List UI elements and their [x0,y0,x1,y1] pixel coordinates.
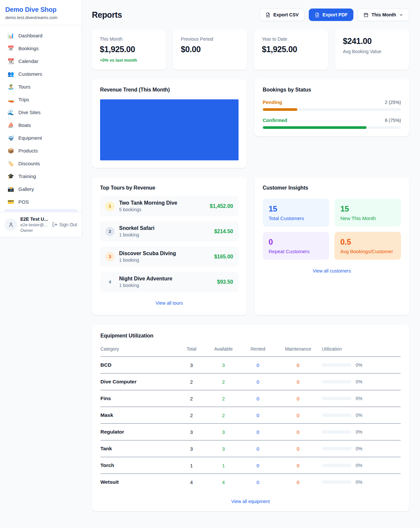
cell-total: 2 [178,407,205,424]
customer-insights-card: Customer Insights 15 Total Customers 15 … [255,177,410,315]
stats-grid: This Month $1,925.00 +0% vs last month P… [92,30,409,70]
tour-amount: $93.50 [217,279,233,285]
sidebar-item-label: Dive Sites [18,110,41,115]
tour-name: Two Tank Morning Dive [119,200,177,206]
sidebar-nav: 📊 Dashboard 📅 Bookings 📆 Calendar 👥 Cust… [0,25,82,212]
island-icon: 🏝️ [7,84,14,90]
period-dropdown[interactable]: This Month [358,9,409,21]
sidebar-item-calendar[interactable]: 📆 Calendar [4,55,78,68]
stat-value: $241.00 [343,36,401,46]
utilization-percent: 0% [356,446,362,451]
sidebar-item-label: Products [18,148,38,153]
cell-rented: 0 [242,424,274,440]
utilization-cell: 0% [322,429,401,435]
table-row: Tank 3 3 0 0 0% [100,440,401,457]
tile-label: Repeat Customers [269,249,324,254]
brand-name[interactable]: Demo Dive Shop [5,6,76,13]
cell-available: 2 [205,374,242,390]
tile-new-this-month: 15 New This Month [334,199,401,227]
bar-chart-icon: 📊 [7,32,14,39]
sidebar-item-products[interactable]: 📦 Products [4,144,78,157]
cell-category: Mask [100,407,178,424]
sidebar-item-equipment[interactable]: 🤿 Equipment [4,132,78,144]
cell-category: Torch [100,457,178,474]
stat-value: $1,925.00 [262,45,320,54]
header-actions: Export CSV Export PDF This Month [260,9,409,21]
export-pdf-button[interactable]: Export PDF [309,9,353,21]
sidebar-item-gallery[interactable]: 📸 Gallery [4,183,78,195]
person-icon [8,222,14,228]
tour-bookings: 1 booking [119,257,176,263]
period-label: This Month [371,12,396,17]
tour-row: 1 Two Tank Morning Dive 5 bookings $1,45… [100,196,239,216]
cell-maintenance: 0 [274,457,322,474]
cell-rented: 0 [242,474,274,491]
wave-icon: 🌊 [7,109,14,115]
cell-total: 3 [178,440,205,457]
sign-out-button[interactable]: Sign Out [52,222,77,227]
sidebar-item-boats[interactable]: ⛵ Boats [4,119,78,132]
utilization-track [322,447,351,450]
column-header-available: Available [205,344,242,357]
cell-category: Fins [100,390,178,407]
cell-rented: 0 [242,457,274,474]
stat-card-year-to-date: Year to Date $1,925.00 [254,30,328,70]
tour-amount: $165.00 [214,254,233,260]
utilization-track [322,430,351,434]
export-csv-button[interactable]: Export CSV [260,9,304,21]
stat-label: This Month [100,36,158,42]
utilization-track [322,414,351,417]
tile-repeat-customers: 0 Repeat Customers [263,232,329,260]
sidebar-item-tours[interactable]: 🏝️ Tours [4,80,78,93]
credit-card-icon: 💳 [7,199,14,205]
sidebar: Demo Dive Shop demo.test.divestreams.com… [0,0,82,237]
column-header-total: Total [178,344,205,357]
sidebar-item-customers[interactable]: 👥 Customers [4,68,78,80]
cell-available: 3 [205,357,242,374]
utilization-track [322,380,351,383]
brand-domain: demo.test.divestreams.com [5,15,76,20]
sidebar-item-pos[interactable]: 💳 POS [4,195,78,208]
sidebar-item-label: Tours [18,84,31,90]
sidebar-item-discounts[interactable]: 🏷️ Discounts [4,157,78,170]
stat-card-previous-period: Previous Period $0.00 [173,30,247,70]
tile-avg-bookings-customer: 0.5 Avg Bookings/Customer [334,232,401,260]
table-row: Mask 2 2 0 0 0% [100,407,401,424]
sidebar-item-dashboard[interactable]: 📊 Dashboard [4,29,78,42]
utilization-percent: 0% [356,396,362,401]
tour-row: 3 Discover Scuba Diving 1 booking $165.0… [100,247,239,267]
column-header-category: Category [100,344,178,357]
utilization-percent: 0% [356,463,362,468]
tour-name: Snorkel Safari [119,225,155,231]
bookings-by-status-title: Bookings by Status [263,87,401,93]
sidebar-item-bookings[interactable]: 📅 Bookings [4,42,78,55]
tile-value: 0.5 [340,237,395,247]
camera-icon: 📸 [7,186,14,192]
sidebar-item-training[interactable]: 🎓 Training [4,170,78,183]
user-name: E2E Test U... [20,216,48,222]
cell-rented: 0 [242,440,274,457]
tour-amount: $1,452.00 [210,203,233,209]
sidebar-item-label: Customers [18,71,42,77]
view-all-equipment-link[interactable]: View all equipment [100,499,401,504]
status-count: 6 (75%) [385,118,401,123]
view-all-customers-link[interactable]: View all customers [263,268,401,274]
page-header: Reports Export CSV Export PDF This Month [92,9,409,21]
utilization-track [322,363,351,367]
sidebar-item-reports-partial[interactable] [4,209,78,212]
bookings-by-status-card: Bookings by Status Pending 2 (25%) Confi… [255,79,410,136]
status-row-pending: Pending 2 (25%) [263,99,401,111]
cell-available: 2 [205,390,242,407]
table-row: Wetsuit 4 4 0 0 0% [100,474,401,491]
sidebar-item-dive-sites[interactable]: 🌊 Dive Sites [4,106,78,119]
view-all-tours-link[interactable]: View all tours [100,300,239,306]
avatar [5,218,17,231]
cell-maintenance: 0 [274,407,322,424]
progress-track [263,126,401,129]
cell-rented: 0 [242,374,274,390]
charts-row: Revenue Trend (This Month) Bookings by S… [92,79,409,168]
cell-rented: 0 [242,390,274,407]
sidebar-item-trips[interactable]: 🚤 Trips [4,93,78,106]
cell-available: 3 [205,424,242,440]
people-icon: 👥 [7,71,14,77]
